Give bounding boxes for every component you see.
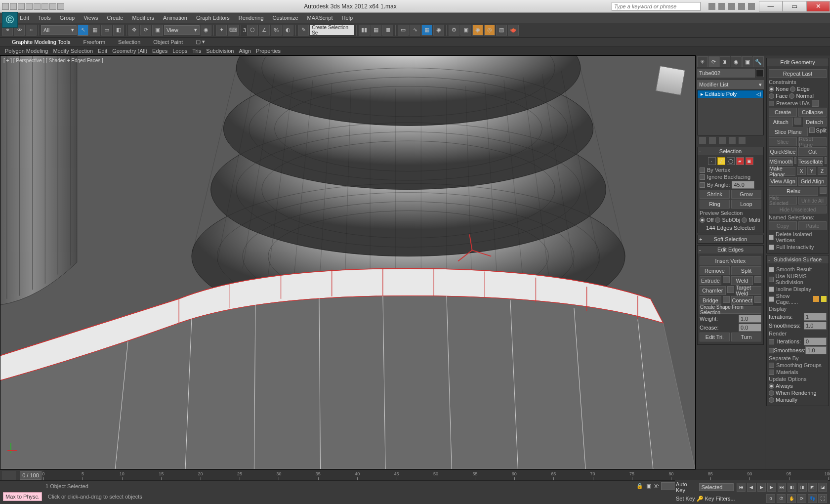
update-render-radio[interactable]: [769, 390, 774, 396]
keyboard-icon[interactable]: ⌨: [228, 25, 239, 36]
planar-x-button[interactable]: X: [797, 167, 806, 175]
cut-button[interactable]: Cut: [798, 147, 827, 156]
angle-snap-icon[interactable]: ∠: [259, 25, 270, 36]
select-icon[interactable]: ↖: [78, 25, 88, 36]
star-icon[interactable]: [738, 3, 745, 10]
make-planar-button[interactable]: Make Planar: [769, 167, 795, 176]
ribbon-tab-graphite[interactable]: Graphite Modeling Tools: [12, 39, 70, 45]
loop-button[interactable]: Loop: [731, 200, 761, 209]
make-unique-icon[interactable]: [719, 137, 726, 144]
activeshade-icon[interactable]: ▧: [496, 25, 507, 36]
rollout-selection[interactable]: -Selection: [698, 147, 763, 155]
nav-pan-icon[interactable]: ✋: [787, 494, 796, 503]
qat-icon[interactable]: [42, 3, 48, 10]
star-icon[interactable]: [728, 3, 735, 10]
by-angle-spinner[interactable]: 45.0: [732, 181, 754, 189]
sep-materials-checkbox[interactable]: [769, 370, 774, 375]
split-checkbox[interactable]: [809, 127, 815, 133]
hierarchy-tab-icon[interactable]: ♜: [719, 56, 730, 67]
modifier-list-dropdown[interactable]: Modifier List▾: [697, 80, 764, 89]
render-iter-icon[interactable]: ◎: [484, 25, 495, 36]
time-config-icon[interactable]: [2, 471, 16, 480]
menu-modifiers[interactable]: Modifiers: [132, 15, 154, 21]
shrink-button[interactable]: Shrink: [700, 190, 730, 199]
update-manually-radio[interactable]: [769, 397, 774, 403]
repeat-last-button[interactable]: Repeat Last: [769, 69, 827, 78]
configure-icon[interactable]: [739, 137, 746, 144]
utilities-tab-icon[interactable]: 🔧: [753, 56, 764, 67]
rollout-soft-selection[interactable]: +Soft Selection: [698, 235, 763, 243]
manipulate-icon[interactable]: ✦: [216, 25, 227, 36]
setkey-button[interactable]: Set Key: [676, 496, 695, 502]
viewcube[interactable]: [656, 66, 685, 95]
polygon-subobj-icon[interactable]: ▰: [736, 157, 744, 165]
smooth-result-checkbox[interactable]: [769, 267, 774, 272]
play-icon[interactable]: ▶: [757, 483, 766, 492]
ribbon-tab-objectpaint[interactable]: Object Paint: [153, 39, 183, 45]
iterations-spinner[interactable]: 1: [804, 313, 827, 321]
nav-fov-icon[interactable]: ◩: [808, 483, 817, 492]
weight-spinner[interactable]: 1.0: [739, 315, 761, 323]
view-align-button[interactable]: View Align: [769, 177, 797, 186]
subribbon-item[interactable]: Properties: [256, 48, 281, 54]
spinner-snap-icon[interactable]: ◐: [283, 25, 293, 36]
show-cage-checkbox[interactable]: [769, 296, 774, 302]
maxscript-listener[interactable]: Max to Physc.: [3, 492, 42, 501]
sep-smoothing-checkbox[interactable]: [769, 363, 774, 368]
render-iter-checkbox[interactable]: [769, 339, 774, 344]
turn-button[interactable]: Turn: [731, 333, 761, 341]
preserve-uv-settings[interactable]: [812, 100, 819, 107]
isolate-icon[interactable]: ▣: [646, 483, 651, 489]
relax-button[interactable]: Relax: [769, 187, 818, 196]
qat-icon[interactable]: [57, 3, 64, 10]
connect-button[interactable]: Connect: [731, 296, 753, 305]
viewport[interactable]: [ + ] [ Perspective ] [ Shaded + Edged F…: [0, 55, 696, 469]
extrude-button[interactable]: Extrude: [700, 276, 721, 285]
select-name-icon[interactable]: ▦: [89, 25, 100, 36]
window-crossing-icon[interactable]: ◧: [113, 25, 124, 36]
nav-zoom-icon[interactable]: ◧: [788, 483, 796, 492]
smoothness-spinner[interactable]: 1.0: [804, 322, 827, 330]
unhide-all-button[interactable]: Unhide All: [798, 197, 827, 205]
extrude-settings-button[interactable]: [723, 276, 730, 283]
qat-icon[interactable]: [2, 3, 9, 10]
vertex-subobj-icon[interactable]: ·: [708, 157, 716, 165]
qat-icon[interactable]: [18, 3, 25, 10]
rollout-subdiv-surface[interactable]: -Subdivision Surface: [767, 255, 829, 263]
copy-sel-button[interactable]: Copy: [769, 221, 797, 230]
border-subobj-icon[interactable]: ◯: [727, 157, 735, 165]
help-search-input[interactable]: [612, 2, 701, 11]
selection-filter[interactable]: All▾: [41, 25, 77, 35]
weld-button[interactable]: Weld: [731, 276, 753, 285]
menu-help[interactable]: Help: [342, 15, 353, 21]
constraint-face-radio[interactable]: [769, 93, 774, 99]
align-icon[interactable]: ▦: [371, 25, 381, 36]
scale-icon[interactable]: ▣: [152, 25, 163, 36]
chamfer-settings-button[interactable]: [727, 286, 734, 293]
show-result-icon[interactable]: [709, 137, 716, 144]
planar-y-button[interactable]: Y: [807, 167, 816, 175]
minimize-button[interactable]: —: [759, 1, 783, 12]
attach-button[interactable]: Attach: [769, 118, 793, 126]
teapot-icon[interactable]: 🫖: [508, 25, 519, 36]
snap-icon[interactable]: ⬡: [247, 25, 258, 36]
menu-maxscript[interactable]: MAXScript: [307, 15, 333, 21]
render-setup-icon[interactable]: ⚙: [449, 25, 459, 36]
percent-snap-icon[interactable]: %: [271, 25, 282, 36]
object-name-field[interactable]: Tube002: [697, 69, 755, 78]
slice-plane-button[interactable]: Slice Plane: [769, 127, 808, 136]
motion-tab-icon[interactable]: ◉: [731, 56, 742, 67]
preview-multi-radio[interactable]: [742, 217, 747, 223]
goto-start-icon[interactable]: ⏮: [737, 483, 746, 492]
prev-frame-icon[interactable]: ◀: [747, 483, 756, 492]
msmooth-button[interactable]: MSmooth: [769, 157, 793, 166]
subribbon-item[interactable]: Polygon Modeling: [5, 48, 48, 54]
named-sel-field[interactable]: Create Selection Se: [310, 25, 354, 35]
remove-button[interactable]: Remove: [700, 266, 730, 275]
keyfilter-dropdown[interactable]: Selected: [699, 483, 734, 491]
menu-animation[interactable]: Animation: [163, 15, 187, 21]
key-filters-button[interactable]: Key Filters...: [705, 496, 735, 502]
menu-graph-editors[interactable]: Graph Editors: [196, 15, 230, 21]
rollout-edit-edges[interactable]: -Edit Edges: [698, 246, 763, 253]
ribbon-expand-icon[interactable]: ▢ ▾: [196, 39, 205, 45]
